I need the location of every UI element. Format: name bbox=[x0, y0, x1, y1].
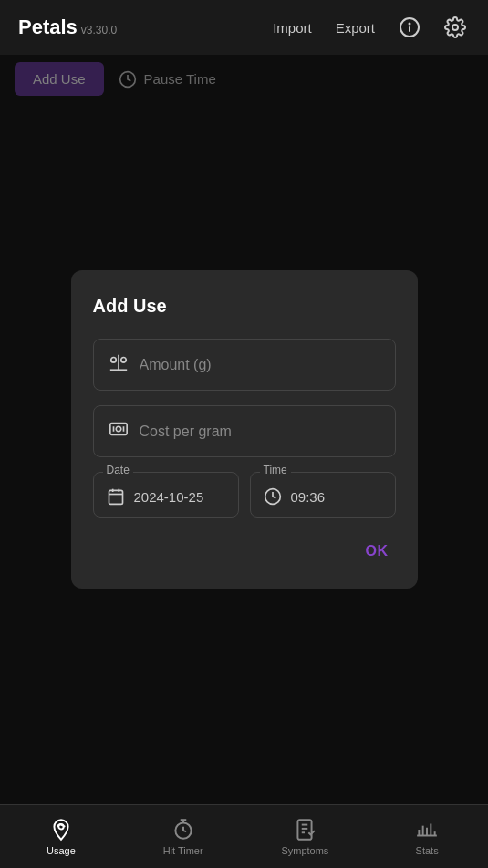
settings-button[interactable] bbox=[441, 13, 470, 42]
time-content: 09:36 bbox=[264, 487, 382, 506]
date-field[interactable]: Date 2024-10-25 bbox=[93, 472, 239, 518]
modal-title: Add Use bbox=[93, 296, 396, 317]
time-value: 09:36 bbox=[291, 489, 326, 505]
export-button[interactable]: Export bbox=[332, 18, 379, 37]
app-branding: Petals v3.30.0 bbox=[18, 16, 117, 39]
calendar-icon bbox=[107, 487, 125, 506]
modal-overlay: Add Use bbox=[0, 55, 488, 804]
nav-item-usage[interactable]: Usage bbox=[0, 810, 122, 863]
hit-timer-nav-label: Hit Timer bbox=[163, 845, 203, 856]
date-time-row: Date 2024-10-25 Time bbox=[93, 472, 396, 518]
nav-item-hit-timer[interactable]: Hit Timer bbox=[122, 810, 244, 863]
symptoms-nav-label: Symptoms bbox=[281, 845, 328, 856]
nav-item-stats[interactable]: Stats bbox=[366, 810, 488, 863]
add-use-modal: Add Use bbox=[71, 270, 418, 589]
app-title: Petals bbox=[18, 16, 78, 39]
time-icon bbox=[264, 487, 282, 506]
settings-icon bbox=[444, 16, 466, 38]
header-actions: Import Export bbox=[269, 13, 470, 42]
stats-nav-label: Stats bbox=[416, 845, 439, 856]
ok-button[interactable]: OK bbox=[358, 539, 396, 563]
modal-footer: OK bbox=[93, 539, 396, 563]
app-header: Petals v3.30.0 Import Export bbox=[0, 0, 488, 55]
symptoms-nav-icon bbox=[293, 818, 317, 842]
usage-nav-label: Usage bbox=[47, 845, 76, 856]
app-version: v3.30.0 bbox=[81, 24, 117, 37]
info-icon bbox=[399, 16, 421, 38]
svg-point-3 bbox=[452, 25, 458, 30]
time-field[interactable]: Time 09:36 bbox=[250, 472, 396, 518]
svg-rect-11 bbox=[109, 490, 122, 504]
info-button[interactable] bbox=[395, 13, 424, 42]
main-content: Add Use bbox=[0, 55, 488, 804]
bottom-nav: Usage Hit Timer Symptoms bbox=[0, 804, 488, 868]
time-label: Time bbox=[260, 464, 291, 476]
cost-input[interactable] bbox=[140, 424, 380, 440]
amount-field-container[interactable] bbox=[93, 339, 396, 391]
date-value: 2024-10-25 bbox=[134, 489, 204, 505]
stats-nav-icon bbox=[415, 818, 439, 842]
amount-input[interactable] bbox=[140, 357, 380, 373]
nav-item-symptoms[interactable]: Symptoms bbox=[244, 810, 367, 863]
svg-rect-9 bbox=[109, 424, 126, 435]
usage-nav-icon bbox=[49, 818, 73, 842]
import-button[interactable]: Import bbox=[269, 18, 316, 37]
date-label: Date bbox=[103, 464, 133, 476]
hit-timer-nav-icon bbox=[171, 818, 195, 842]
scale-icon bbox=[109, 352, 129, 377]
cost-field-container[interactable] bbox=[93, 405, 396, 457]
date-content: 2024-10-25 bbox=[107, 487, 225, 506]
cost-icon bbox=[109, 419, 129, 444]
svg-rect-18 bbox=[298, 820, 312, 840]
svg-point-10 bbox=[116, 426, 121, 432]
